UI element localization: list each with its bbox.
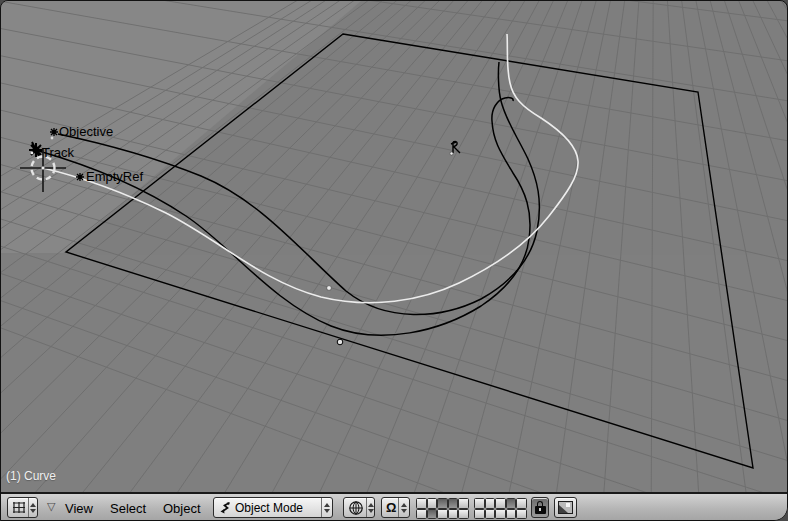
layer-group-2 [474, 498, 527, 519]
mode-dropdown-spinner[interactable] [321, 498, 332, 517]
layer-button-20[interactable] [516, 509, 527, 520]
object-center-dot-1[interactable] [327, 286, 332, 291]
mode-dropdown-value: Object Mode [233, 501, 307, 515]
objective-center-dot [51, 137, 54, 140]
layer-buttons [416, 498, 527, 519]
mode-dropdown[interactable]: Object Mode [213, 497, 333, 518]
layer-button-18[interactable] [495, 509, 506, 520]
render-preview-button[interactable] [554, 497, 577, 518]
pivot-dropdown[interactable]: Ω [381, 497, 410, 518]
layer-button-1[interactable] [416, 498, 427, 509]
layer-button-13[interactable] [437, 509, 448, 520]
menu-select[interactable]: Select [110, 501, 146, 516]
editor-type-selector[interactable] [7, 497, 38, 518]
menu-view[interactable]: View [65, 501, 93, 516]
layer-button-16[interactable] [474, 509, 485, 520]
layer-button-2[interactable] [427, 498, 438, 509]
omega-icon: Ω [382, 500, 398, 515]
layer-button-4[interactable] [448, 498, 459, 509]
triangle-down-icon[interactable]: ▽ [47, 501, 55, 512]
image-icon [558, 501, 573, 514]
layer-button-9[interactable] [506, 498, 517, 509]
3d-viewport[interactable]: Objective Track EmptyRef (1) Curve [1, 1, 788, 492]
object-label-emptyref: EmptyRef [86, 170, 143, 183]
layer-button-19[interactable] [506, 509, 517, 520]
empty-marker-emptyref[interactable] [76, 173, 84, 181]
object-mode-icon [214, 501, 233, 514]
object-center-dot-2[interactable] [337, 339, 343, 345]
layer-button-17[interactable] [485, 509, 496, 520]
object-label-track: Track [42, 146, 74, 159]
layer-button-8[interactable] [495, 498, 506, 509]
blender-window: Objective Track EmptyRef (1) Curve ▽ Vie… [0, 0, 788, 521]
layer-button-11[interactable] [416, 509, 427, 520]
pivot-spinner[interactable] [398, 498, 409, 517]
layer-button-7[interactable] [485, 498, 496, 509]
viewport-status-text: (1) Curve [6, 469, 56, 483]
3d-view-editor: Objective Track EmptyRef (1) Curve ▽ Vie… [0, 0, 788, 521]
viewport-canvas[interactable] [1, 1, 788, 492]
layer-button-10[interactable] [516, 498, 527, 509]
grid-editor-type-icon [8, 501, 28, 514]
object-label-objective: Objective [59, 125, 113, 138]
menu-object[interactable]: Object [163, 501, 201, 516]
layer-button-6[interactable] [474, 498, 485, 509]
lock-layers-button[interactable] [531, 497, 549, 518]
layer-button-14[interactable] [448, 509, 459, 520]
editor-type-spinner[interactable] [28, 498, 37, 517]
layer-group-1 [416, 498, 469, 519]
layer-button-5[interactable] [458, 498, 469, 509]
padlock-icon [534, 501, 547, 514]
layer-button-15[interactable] [458, 509, 469, 520]
shading-spinner[interactable] [366, 498, 374, 517]
empty-marker-objective[interactable] [50, 128, 58, 136]
view3d-header: ▽ View Select Object Object Mode [1, 492, 788, 521]
layer-button-12[interactable] [427, 509, 438, 520]
wire-sphere-icon [344, 500, 366, 516]
shading-dropdown[interactable] [343, 497, 375, 518]
layer-button-3[interactable] [437, 498, 448, 509]
